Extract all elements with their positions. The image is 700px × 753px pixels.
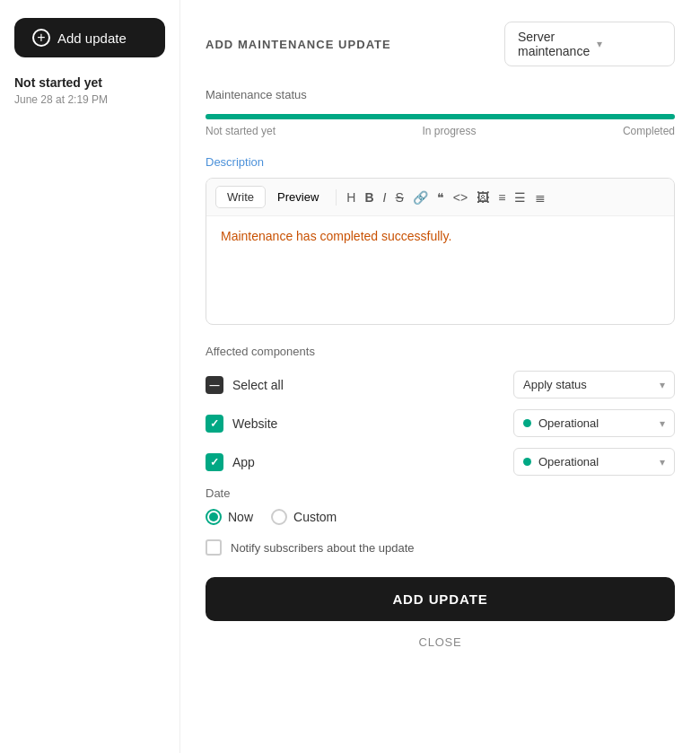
radio-now[interactable]: Now bbox=[206, 509, 253, 525]
editor-text: Maintenance has completed successfully. bbox=[221, 229, 451, 243]
chevron-down-icon: ▾ bbox=[660, 417, 665, 430]
component-left-app: App bbox=[206, 453, 255, 471]
main-content: ADD MAINTENANCE UPDATE Server maintenanc… bbox=[179, 0, 700, 753]
radio-now-label: Now bbox=[228, 510, 253, 524]
component-row-website: Website Operational ▾ bbox=[206, 409, 675, 437]
maintenance-dropdown[interactable]: Server maintenance ▾ bbox=[504, 22, 675, 66]
radio-custom-label: Custom bbox=[293, 510, 337, 524]
website-status-dot bbox=[523, 419, 531, 427]
app-status-dropdown[interactable]: Operational ▾ bbox=[513, 448, 675, 476]
sidebar-add-update-label: Add update bbox=[57, 31, 127, 46]
date-section: Date Now Custom bbox=[206, 486, 675, 525]
bold-button[interactable]: B bbox=[360, 188, 378, 206]
notify-row: Notify subscribers about the update bbox=[206, 539, 675, 556]
app-name: App bbox=[232, 455, 255, 469]
main-header: ADD MAINTENANCE UPDATE Server maintenanc… bbox=[206, 22, 675, 66]
ordered-list-button[interactable]: ☰ bbox=[510, 188, 530, 206]
component-row-app: App Operational ▾ bbox=[206, 448, 675, 476]
stage-completed: Completed bbox=[623, 125, 675, 137]
date-radio-group: Now Custom bbox=[206, 509, 675, 525]
app-checkbox[interactable] bbox=[206, 453, 223, 471]
quote-button[interactable]: ❝ bbox=[433, 188, 449, 206]
select-all-left: Select all bbox=[206, 376, 284, 394]
progress-bar-fill bbox=[206, 114, 675, 119]
notify-checkbox[interactable] bbox=[206, 539, 222, 556]
sidebar-date: June 28 at 2:19 PM bbox=[14, 93, 165, 106]
code-button[interactable]: <> bbox=[449, 188, 472, 206]
website-status-label: Operational bbox=[538, 416, 652, 430]
toolbar-divider bbox=[336, 189, 337, 206]
progress-labels: Not started yet In progress Completed bbox=[206, 125, 675, 137]
editor-toolbar: Write Preview H B I S 🔗 ❝ <> 🖼 ≡ ☰ ≣ bbox=[206, 179, 674, 216]
strikethrough-button[interactable]: S bbox=[391, 188, 408, 206]
apply-status-label: Apply status bbox=[523, 378, 652, 391]
app-status-label: Operational bbox=[538, 455, 652, 468]
task-list-button[interactable]: ≣ bbox=[530, 188, 550, 206]
radio-now-circle[interactable] bbox=[206, 509, 222, 525]
select-all-label: Select all bbox=[232, 378, 284, 392]
affected-components-label: Affected components bbox=[206, 345, 675, 358]
italic-button[interactable]: I bbox=[379, 188, 391, 206]
chevron-down-icon: ▾ bbox=[660, 456, 665, 468]
radio-custom-circle[interactable] bbox=[271, 509, 287, 525]
app-status-dot bbox=[523, 458, 531, 466]
apply-status-dropdown[interactable]: Apply status ▾ bbox=[513, 371, 675, 398]
unordered-list-button[interactable]: ≡ bbox=[494, 188, 510, 206]
radio-custom[interactable]: Custom bbox=[271, 509, 337, 525]
editor-box: Write Preview H B I S 🔗 ❝ <> 🖼 ≡ ☰ ≣ Mai… bbox=[206, 178, 675, 325]
chevron-down-icon: ▾ bbox=[660, 379, 665, 391]
website-name: Website bbox=[232, 416, 277, 431]
component-left-website: Website bbox=[206, 415, 277, 433]
maintenance-status-label: Maintenance status bbox=[206, 88, 675, 101]
stage-not-started: Not started yet bbox=[206, 125, 276, 137]
progress-bar bbox=[206, 114, 675, 119]
tab-write[interactable]: Write bbox=[215, 186, 266, 208]
tab-preview[interactable]: Preview bbox=[266, 186, 330, 208]
add-update-main-button[interactable]: ADD UPDATE bbox=[206, 577, 675, 621]
date-label: Date bbox=[206, 486, 675, 500]
heading-button[interactable]: H bbox=[342, 188, 360, 206]
image-button[interactable]: 🖼 bbox=[472, 188, 494, 206]
sidebar-status: Not started yet bbox=[14, 75, 165, 90]
stage-in-progress: In progress bbox=[422, 125, 476, 137]
link-button[interactable]: 🔗 bbox=[408, 188, 433, 206]
add-update-sidebar-button[interactable]: + Add update bbox=[14, 18, 165, 57]
description-label: Description bbox=[206, 155, 675, 169]
maintenance-dropdown-value: Server maintenance bbox=[518, 30, 590, 58]
select-all-checkbox[interactable] bbox=[206, 376, 223, 394]
close-link[interactable]: CLOSE bbox=[206, 635, 675, 649]
sidebar: + Add update Not started yet June 28 at … bbox=[0, 0, 179, 753]
website-status-dropdown[interactable]: Operational ▾ bbox=[513, 409, 675, 437]
editor-content[interactable]: Maintenance has completed successfully. bbox=[206, 216, 674, 324]
chevron-down-icon: ▾ bbox=[597, 38, 661, 50]
notify-label: Notify subscribers about the update bbox=[231, 541, 415, 555]
select-all-row: Select all Apply status ▾ bbox=[206, 371, 675, 398]
website-checkbox[interactable] bbox=[206, 415, 223, 433]
plus-circle-icon: + bbox=[32, 29, 50, 47]
page-title: ADD MAINTENANCE UPDATE bbox=[206, 38, 391, 51]
